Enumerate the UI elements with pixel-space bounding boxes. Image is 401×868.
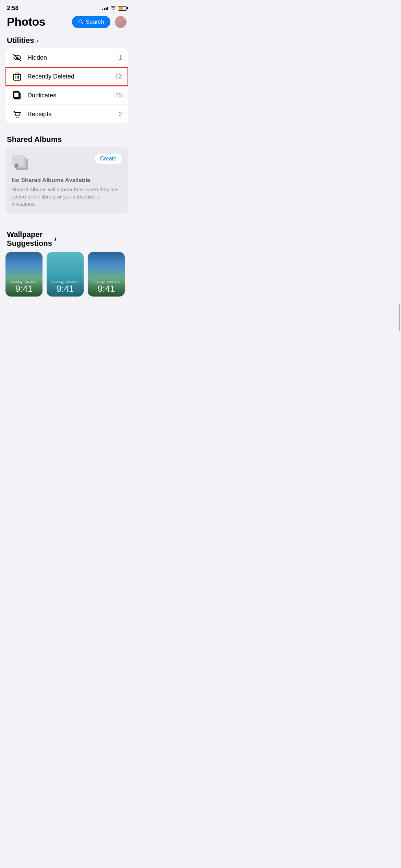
svg-point-15 (15, 164, 18, 167)
signal-icon (102, 6, 108, 10)
duplicate-icon (12, 91, 23, 100)
wallpaper-time-2: 9:41 (49, 284, 81, 294)
wallpaper-section: Wallpaper Suggestions › Tuesday, January… (0, 230, 134, 297)
search-button[interactable]: Search (72, 16, 110, 28)
wallpaper-card-3[interactable]: Tuesday, January 9 9:41 (88, 252, 125, 297)
trash-icon (12, 72, 23, 81)
utilities-card: Hidden 1 Recently Deleted 62 Duplicates … (5, 48, 128, 123)
header: Photos Search (0, 14, 134, 33)
receipts-count: 2 (119, 111, 122, 118)
duplicates-count: 25 (115, 92, 122, 99)
cart-icon (12, 110, 23, 119)
avatar-notification-dot (123, 16, 126, 20)
hidden-count: 1 (119, 54, 122, 61)
battery-icon (118, 6, 127, 11)
recently-deleted-label: Recently Deleted (27, 73, 115, 80)
gap-2 (0, 214, 134, 222)
receipts-label: Receipts (27, 111, 119, 118)
utilities-section-title[interactable]: Utilities › (0, 33, 134, 48)
chevron-right-icon: › (36, 37, 38, 45)
avatar[interactable] (114, 16, 127, 28)
wallpaper-card-1[interactable]: Tuesday, January 9 9:41 (5, 252, 42, 297)
recently-deleted-count: 62 (115, 73, 122, 80)
search-icon (78, 19, 84, 25)
wallpaper-section-title[interactable]: Wallpaper Suggestions › (0, 230, 134, 252)
recently-deleted-item[interactable]: Recently Deleted 62 (5, 67, 128, 86)
gap-1 (0, 123, 134, 132)
page-title: Photos (7, 15, 45, 28)
shared-albums-card: Create No Shared Albums Available Shared… (5, 147, 128, 214)
album-stack-icon (12, 154, 31, 171)
status-icons (102, 5, 127, 11)
shared-albums-section-title[interactable]: Shared Albums (0, 132, 134, 147)
wallpaper-chevron-icon: › (54, 234, 57, 243)
svg-point-10 (19, 117, 20, 118)
hidden-icon (12, 53, 23, 62)
svg-point-2 (117, 23, 125, 28)
hidden-item[interactable]: Hidden 1 (5, 48, 128, 67)
duplicates-item[interactable]: Duplicates 25 (5, 86, 128, 105)
shared-albums-icon (12, 154, 31, 173)
status-bar: 2:58 (0, 0, 134, 14)
receipts-item[interactable]: Receipts 2 (5, 105, 128, 123)
wallpaper-time-1: 9:41 (8, 284, 40, 294)
duplicates-label: Duplicates (27, 92, 115, 99)
wallpaper-time-3: 9:41 (90, 284, 122, 294)
create-button[interactable]: Create (95, 154, 122, 164)
shared-albums-empty-desc: Shared Albums will appear here when they… (12, 186, 122, 207)
shared-albums-empty-title: No Shared Albums Available (12, 177, 122, 184)
wallpaper-scroll: Tuesday, January 9 9:41 Tuesday, January… (0, 252, 134, 297)
hidden-label: Hidden (27, 54, 119, 61)
header-actions: Search (72, 16, 127, 28)
svg-point-9 (16, 117, 17, 118)
status-time: 2:58 (7, 5, 19, 12)
wifi-icon (110, 5, 116, 11)
wallpaper-card-2[interactable]: Tuesday, January 9 9:41 (47, 252, 84, 297)
